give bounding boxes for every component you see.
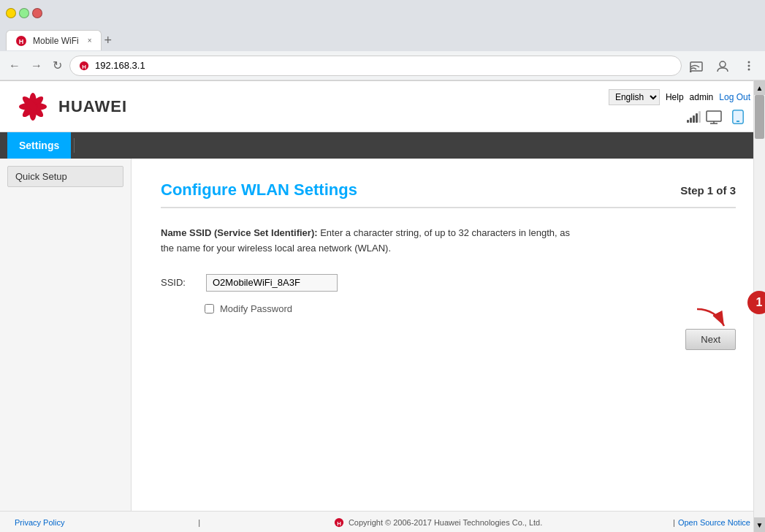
window-controls[interactable] — [6, 8, 42, 18]
ssid-input[interactable] — [206, 274, 338, 292]
open-source-link[interactable]: Open Source Notice — [678, 518, 750, 527]
footer-huawei-icon: H — [334, 517, 344, 528]
minimize-button[interactable] — [6, 8, 16, 18]
profile-icon[interactable] — [712, 56, 733, 76]
forward-button[interactable]: → — [28, 56, 45, 75]
svg-rect-18 — [707, 111, 721, 121]
scroll-up-button[interactable]: ▲ — [754, 80, 765, 95]
nav-bar: Settings — [0, 132, 765, 159]
page-header: HUAWEI English Help admin Log Out — [0, 81, 765, 132]
description-bold: Name SSID (Service Set Identifier): — [161, 227, 318, 238]
modify-password-label[interactable]: Modify Password — [220, 303, 292, 314]
main-content: Quick Setup Configure WLAN Settings Step… — [0, 159, 765, 511]
footer-center: H Copyright © 2006-2017 Huawei Technolog… — [334, 517, 542, 528]
step-indicator: Step 1 of 3 — [680, 184, 736, 197]
site-favicon: H — [79, 61, 89, 71]
scroll-thumb[interactable] — [755, 95, 764, 139]
tab-close-button[interactable]: × — [88, 37, 92, 45]
logo-text: HUAWEI — [58, 97, 127, 116]
language-select[interactable]: English — [609, 89, 660, 105]
huawei-logo-icon — [15, 88, 51, 125]
content-area: Configure WLAN Settings Step 1 of 3 Name… — [132, 159, 765, 511]
svg-point-6 — [720, 61, 726, 67]
header-links: English Help admin Log Out — [609, 89, 750, 105]
footer-separator-2: | — [673, 518, 675, 527]
tab-favicon: H — [15, 35, 27, 47]
close-button[interactable] — [32, 8, 42, 18]
reload-button[interactable]: ↻ — [50, 56, 65, 75]
ssid-label: SSID: — [161, 277, 197, 288]
page: HUAWEI English Help admin Log Out — [0, 81, 765, 532]
page-title: Configure WLAN Settings — [161, 180, 357, 200]
modify-password-checkbox[interactable] — [205, 304, 214, 314]
svg-text:H: H — [337, 520, 341, 526]
footer-separator-1: | — [198, 518, 200, 527]
svg-point-9 — [748, 68, 750, 70]
menu-icon[interactable] — [739, 56, 759, 76]
copyright-text: Copyright © 2006-2017 Huawei Technologie… — [349, 518, 542, 527]
content-header: Configure WLAN Settings Step 1 of 3 — [161, 180, 736, 208]
new-tab-button[interactable]: + — [104, 34, 113, 47]
header-right: English Help admin Log Out — [609, 89, 750, 124]
cast-icon[interactable] — [686, 56, 707, 76]
address-text: 192.168.3.1 — [95, 60, 145, 71]
settings-tab[interactable]: Settings — [7, 132, 71, 159]
sidebar: Quick Setup — [0, 159, 132, 511]
annotation-marker: 1 — [747, 291, 765, 314]
button-row: 1 Next — [161, 329, 736, 350]
sidebar-item-quick-setup[interactable]: Quick Setup — [7, 166, 123, 187]
footer: Privacy Policy | H Copyright © 2006-2017… — [0, 511, 765, 532]
title-bar — [0, 0, 765, 26]
svg-text:H: H — [19, 38, 24, 45]
tab-bar: H Mobile WiFi × + — [0, 26, 765, 51]
scroll-down-button[interactable]: ▼ — [754, 517, 765, 532]
annotation-arrow — [693, 305, 730, 334]
tab-title: Mobile WiFi — [33, 36, 79, 46]
svg-text:H: H — [82, 63, 86, 69]
logout-link[interactable]: Log Out — [719, 92, 750, 102]
modify-password-row: Modify Password — [205, 303, 736, 314]
maximize-button[interactable] — [19, 8, 29, 18]
svg-point-7 — [748, 61, 750, 63]
back-button[interactable]: ← — [6, 56, 23, 75]
annotation-circle: 1 — [747, 291, 765, 314]
logo-area: HUAWEI — [15, 88, 127, 125]
device-icon — [730, 110, 750, 124]
signal-strength-icon — [687, 111, 701, 123]
toolbar-icons — [686, 56, 759, 76]
svg-point-8 — [748, 64, 750, 66]
description: Name SSID (Service Set Identifier): Ente… — [161, 226, 570, 256]
monitor-icon — [705, 110, 726, 124]
admin-link[interactable]: admin — [690, 92, 714, 102]
address-bar: ← → ↻ H 192.168.3.1 — [0, 51, 765, 80]
url-input[interactable]: H 192.168.3.1 — [69, 56, 682, 76]
active-tab[interactable]: H Mobile WiFi × — [6, 30, 102, 50]
help-link[interactable]: Help — [666, 92, 684, 102]
signal-icons — [687, 110, 750, 124]
privacy-policy-link[interactable]: Privacy Policy — [15, 518, 64, 527]
ssid-row: SSID: — [161, 274, 736, 292]
